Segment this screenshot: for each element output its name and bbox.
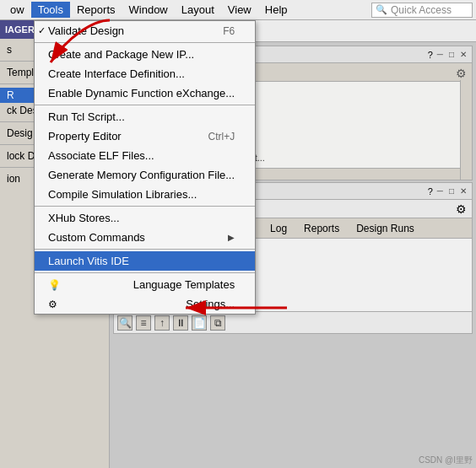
- menu-custom-commands[interactable]: Custom Commands ▶: [35, 228, 255, 247]
- file-tool-btn[interactable]: 📄: [192, 315, 207, 331]
- tab-log-label: Log: [270, 223, 287, 234]
- menu-property-editor[interactable]: Property Editor Ctrl+J: [35, 126, 255, 146]
- menu-create-package-ip[interactable]: Create and Package New IP...: [35, 45, 255, 64]
- bottom-minimize-btn[interactable]: ─: [435, 186, 445, 196]
- help-icon-2: ?: [428, 186, 433, 196]
- tab-reports[interactable]: Reports: [296, 220, 347, 236]
- menu-associate-elf[interactable]: Associate ELF Files...: [35, 146, 255, 165]
- tab-design-runs[interactable]: Design Runs: [349, 220, 422, 236]
- menu-divider-5: [35, 272, 255, 273]
- menu-generate-memory-label: Generate Memory Configuration File...: [48, 169, 235, 181]
- menu-ow[interactable]: ow: [3, 2, 31, 18]
- settings-gear-icon[interactable]: ⚙: [456, 202, 467, 216]
- watermark: CSDN @I里野: [419, 455, 473, 466]
- search-tool-btn[interactable]: 🔍: [117, 315, 133, 331]
- tools-dropdown-menu: ✓ Validate Design F6 Create and Package …: [34, 20, 256, 315]
- menu-tools[interactable]: Tools: [31, 2, 70, 18]
- quick-access-placeholder: Quick Access: [391, 4, 452, 16]
- menu-settings-label: Settings...: [186, 298, 235, 310]
- tab-design-runs-label: Design Runs: [356, 223, 414, 234]
- minimize-btn[interactable]: ─: [435, 50, 445, 59]
- menu-reports[interactable]: Reports: [70, 2, 122, 18]
- menu-divider-4: [35, 249, 255, 250]
- property-editor-shortcut: Ctrl+J: [208, 131, 235, 143]
- menu-custom-commands-label: Custom Commands: [48, 231, 145, 244]
- menu-property-editor-label: Property Editor: [48, 130, 122, 143]
- copy-tool-btn[interactable]: ⧉: [210, 315, 225, 331]
- menu-launch-vitis[interactable]: Launch Vitis IDE: [35, 251, 255, 271]
- menu-generate-memory-config[interactable]: Generate Memory Configuration File...: [35, 165, 255, 185]
- menu-help[interactable]: Help: [258, 2, 295, 18]
- menu-language-templates-label: Language Templates: [133, 278, 235, 291]
- maximize-btn[interactable]: □: [447, 50, 456, 59]
- menu-window[interactable]: Window: [122, 2, 175, 18]
- tab-reports-label: Reports: [304, 223, 339, 234]
- up-tool-btn[interactable]: ↑: [154, 315, 170, 331]
- validate-shortcut: F6: [223, 25, 235, 37]
- menu-compile-sim-label: Compile Simulation Libraries...: [48, 188, 197, 201]
- menu-create-package-label: Create and Package New IP...: [48, 48, 194, 61]
- menu-divider-2: [35, 105, 255, 105]
- menu-run-tcl[interactable]: Run Tcl Script...: [35, 107, 255, 126]
- settings-icon: ⚙: [48, 299, 57, 310]
- tab-log[interactable]: Log: [262, 220, 295, 236]
- submenu-arrow-icon: ▶: [228, 233, 235, 242]
- menu-xhub-label: XHub Stores...: [48, 212, 120, 224]
- menubar: ow Tools Reports Window Layout View Help…: [0, 0, 476, 20]
- menu-xhub-stores[interactable]: XHub Stores...: [35, 208, 255, 228]
- menu-create-interface-label: Create Interface Definition...: [48, 67, 185, 80]
- scrollbar[interactable]: [460, 80, 472, 180]
- menu-validate-label: Validate Design: [48, 24, 124, 37]
- menu-language-templates[interactable]: 💡 Language Templates: [35, 275, 255, 294]
- gear-icon[interactable]: ⚙: [456, 67, 467, 80]
- menu-create-interface[interactable]: Create Interface Definition...: [35, 64, 255, 83]
- menu-enable-dfx[interactable]: Enable Dynamic Function eXchange...: [35, 83, 255, 103]
- close-panel-btn[interactable]: ✕: [458, 50, 468, 59]
- quick-access-bar[interactable]: 🔍 Quick Access: [371, 3, 473, 18]
- menu-enable-dfx-label: Enable Dynamic Function eXchange...: [48, 87, 235, 100]
- menu-compile-sim-libs[interactable]: Compile Simulation Libraries...: [35, 185, 255, 204]
- menu-view[interactable]: View: [221, 2, 258, 18]
- menu-divider-3: [35, 206, 255, 207]
- tools-menu-list: ✓ Validate Design F6 Create and Package …: [34, 20, 256, 315]
- menu-layout[interactable]: Layout: [175, 2, 221, 18]
- menu-associate-elf-label: Associate ELF Files...: [48, 149, 154, 162]
- checkmark-icon: ✓: [38, 25, 46, 36]
- bottom-close-btn[interactable]: ✕: [458, 186, 468, 196]
- menu-divider-1: [35, 42, 255, 43]
- menu-settings[interactable]: ⚙ Settings...: [35, 294, 255, 314]
- bulb-icon: 💡: [48, 279, 61, 291]
- menu-validate-design[interactable]: ✓ Validate Design F6: [35, 21, 255, 40]
- bottom-maximize-btn[interactable]: □: [447, 186, 456, 196]
- menu-run-tcl-label: Run Tcl Script...: [48, 110, 125, 123]
- help-icon: ?: [428, 50, 433, 60]
- list-tool-btn[interactable]: ≡: [136, 315, 151, 331]
- pause-tool-btn[interactable]: ⏸: [173, 315, 188, 331]
- search-icon: 🔍: [376, 4, 387, 15]
- menu-launch-vitis-label: Launch Vitis IDE: [48, 255, 129, 267]
